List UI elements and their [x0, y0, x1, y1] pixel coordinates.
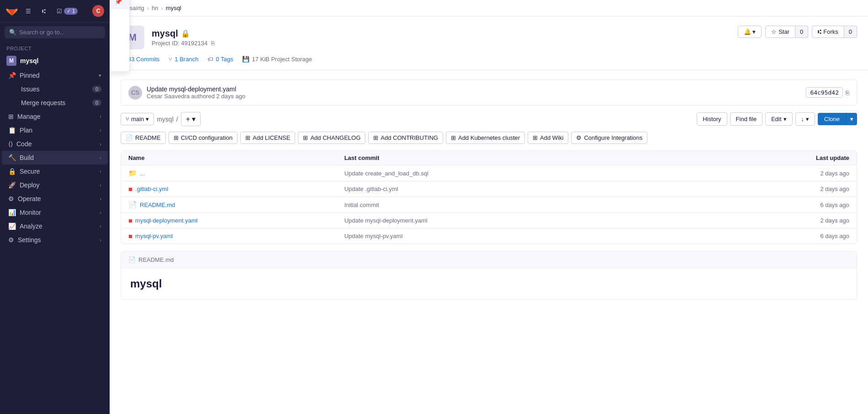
breadcrumb-parent[interactable]: hn — [152, 5, 158, 11]
file-commit-0: Update create_and_load_db.sql — [344, 170, 776, 177]
commits-link[interactable]: 43 Commits — [128, 56, 159, 63]
forks-button[interactable]: ⑆ Forks — [812, 26, 844, 38]
sidebar-project-item[interactable]: M mysql — [0, 53, 110, 69]
merge-requests-button[interactable]: ⑆ — [38, 6, 49, 16]
dropdown-item-pipeline-schedules[interactable]: Pipeline schedules — [110, 40, 129, 56]
copy-project-id-button[interactable]: ⎘ — [211, 40, 215, 47]
sidebar-item-settings[interactable]: ⚙ Settings › — [2, 233, 108, 247]
qa-cicd-button[interactable]: ⊞ CI/CD configuration — [169, 132, 238, 144]
sidebar-item-issues[interactable]: Issues 0 — [15, 82, 108, 96]
history-button[interactable]: History — [697, 112, 727, 126]
file-update-0: 2 days ago — [776, 170, 849, 177]
doc-file-icon: 📄 — [128, 201, 137, 209]
merge-requests-label: Merge requests — [21, 99, 65, 106]
project-id: Project ID: 49192134 ⎘ — [152, 40, 215, 47]
breadcrumb-sep-1: › — [147, 5, 149, 11]
path-separator: / — [176, 116, 178, 123]
qa-wiki-button[interactable]: ⊞ Add Wiki — [528, 132, 568, 144]
monitor-label: Monitor — [20, 209, 41, 216]
dropdown-item-pipelines[interactable]: Pipelines 📌 — [110, 0, 129, 9]
clone-button[interactable]: Clone — [818, 113, 846, 125]
sidebar-item-monitor[interactable]: 📊 Monitor › — [2, 206, 108, 219]
storage-icon: 💾 — [242, 56, 249, 63]
project-stats: ↻ 43 Commits ⑂ 1 Branch 🏷 0 Tags 💾 17 Ki… — [121, 56, 857, 63]
secure-icon: 🔒 — [8, 168, 16, 175]
branches-link[interactable]: 1 Branch — [175, 56, 198, 63]
project-title: mysql 🔒 — [152, 28, 215, 39]
license-icon: ⊞ — [245, 134, 250, 141]
build-label: Build — [20, 154, 34, 161]
download-button[interactable]: ↓ ▾ — [795, 112, 815, 126]
file-name-readme[interactable]: 📄 README.md — [128, 201, 344, 209]
branch-icon: ⑂ — [126, 116, 129, 122]
settings-icon: ⚙ — [8, 236, 14, 244]
table-row: 📄 README.md Initial commit 6 days ago — [121, 197, 857, 213]
sidebar-item-analyze[interactable]: 📈 Analyze › — [2, 219, 108, 233]
file-update-3: 2 days ago — [776, 217, 849, 224]
add-file-button[interactable]: + ▾ — [181, 112, 201, 126]
commit-hash-badge: 64c95d42 — [806, 87, 843, 98]
forks-button-group: ⑆ Forks 0 — [812, 26, 857, 38]
plan-label: Plan — [20, 127, 32, 134]
edit-button[interactable]: Edit ▾ — [765, 112, 792, 126]
file-name-pv[interactable]: ■ mysql-pv.yaml — [128, 232, 344, 240]
file-commit-2: Initial commit — [344, 202, 776, 208]
folder-icon: 📁 — [128, 169, 137, 177]
project-header: M mysql 🔒 Project ID: 49192134 ⎘ 🔔 ▾ — [110, 16, 868, 70]
monitor-icon: 📊 — [8, 209, 16, 216]
sidebar-item-operate[interactable]: ⚙ Operate › — [2, 192, 108, 206]
sidebar-item-merge-requests[interactable]: Merge requests 0 — [15, 96, 108, 110]
find-file-button[interactable]: Find file — [730, 112, 763, 126]
sidebar-item-code[interactable]: ⟨⟩ Code › — [2, 137, 108, 151]
dropdown-item-artifacts[interactable]: Artifacts — [110, 56, 129, 71]
sidebar-item-secure[interactable]: 🔒 Secure › — [2, 165, 108, 178]
dropdown-item-jobs[interactable]: Jobs — [110, 9, 129, 25]
cicd-icon: ⊞ — [174, 134, 179, 141]
sidebar-item-manage[interactable]: ⊞ Manage › — [2, 110, 108, 123]
file-name-deployment[interactable]: ■ mysql-deployment.yaml — [128, 217, 344, 224]
sidebar-item-plan[interactable]: 📋 Plan › — [2, 123, 108, 137]
chevron-right-icon: › — [100, 237, 101, 243]
clone-caret-button[interactable]: ▾ — [846, 113, 857, 125]
chevron-right-icon: › — [100, 127, 101, 133]
file-commit-1: Update .gitlab-ci.yml — [344, 186, 776, 192]
panel-toggle-button[interactable]: ☰ — [22, 6, 35, 16]
notification-button[interactable]: 🔔 ▾ — [738, 26, 762, 38]
chevron-down-icon: ▾ — [99, 73, 101, 79]
file-commit-4: Update mysql-pv.yaml — [344, 233, 776, 239]
sidebar-item-deploy[interactable]: 🚀 Deploy › — [2, 178, 108, 192]
file-name-dotdot[interactable]: 📁 ... — [128, 169, 344, 177]
star-button-group: ☆ Star 0 — [765, 26, 808, 38]
repo-toolbar: ⑂ main ▾ mysql / + ▾ History Find file E… — [121, 112, 857, 126]
file-commit-3: Update mysql-deployment.yaml — [344, 217, 776, 224]
copy-hash-button[interactable]: ⎘ — [846, 89, 849, 96]
qa-license-button[interactable]: ⊞ Add LICENSE — [240, 132, 295, 144]
yaml-file-icon: ■ — [128, 232, 132, 240]
todo-button[interactable]: ☑ ✓ 1 — [53, 6, 81, 16]
toolbar-left: ⑂ main ▾ mysql / + ▾ — [121, 112, 201, 126]
chevron-down-icon: ▾ — [146, 116, 149, 122]
wiki-icon: ⊞ — [533, 134, 538, 141]
qa-readme-button[interactable]: 📄 README — [121, 132, 166, 144]
user-avatar[interactable]: C — [92, 5, 104, 17]
dropdown-item-pipeline-editor[interactable]: Pipeline editor — [110, 25, 129, 40]
search-bar[interactable]: 🔍 Search or go to... — [5, 26, 105, 38]
sidebar-item-build[interactable]: 🔨 Build › — [2, 151, 108, 165]
qa-contributing-button[interactable]: ⊞ Add CONTRIBUTING — [368, 132, 443, 144]
search-icon: 🔍 — [9, 29, 16, 36]
gitlab-logo[interactable] — [5, 5, 18, 17]
tags-link[interactable]: 0 Tags — [216, 56, 233, 63]
pin-icon: 📌 — [115, 0, 122, 5]
analyze-icon: 📈 — [8, 223, 16, 230]
yaml-file-icon: ■ — [128, 217, 132, 224]
qa-changelog-button[interactable]: ⊞ Add CHANGELOG — [298, 132, 365, 144]
qa-k8s-button[interactable]: ⊞ Add Kubernetes cluster — [446, 132, 525, 144]
operate-icon: ⚙ — [8, 195, 14, 202]
sidebar-item-pinned[interactable]: 📌 Pinned ▾ — [2, 69, 108, 82]
toolbar-right: History Find file Edit ▾ ↓ ▾ Clone ▾ — [697, 112, 857, 126]
star-button[interactable]: ☆ Star — [765, 26, 795, 38]
qa-integrations-button[interactable]: ⚙ Configure Integrations — [571, 132, 647, 144]
branch-select-button[interactable]: ⑂ main ▾ — [121, 113, 154, 125]
main-content: cealsairtg › hn › mysql M mysql 🔒 Projec… — [110, 0, 868, 414]
file-name-cicd[interactable]: ■ .gitlab-ci.yml — [128, 185, 344, 193]
